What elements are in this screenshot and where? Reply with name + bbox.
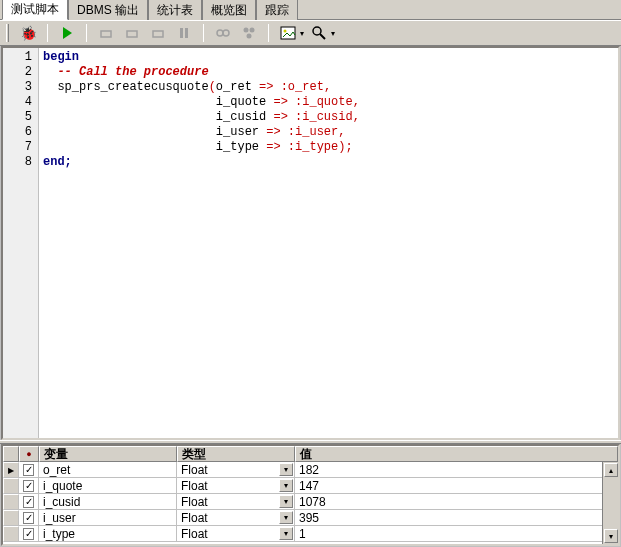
- svg-point-6: [217, 30, 223, 36]
- toolbar-separator: [86, 24, 87, 42]
- zoom-dropdown[interactable]: ▾: [308, 22, 335, 44]
- svg-rect-2: [127, 31, 137, 37]
- var-value-cell[interactable]: 1⋯: [295, 526, 618, 542]
- enabled-checkbox[interactable]: ✓: [19, 494, 39, 510]
- col-header-value[interactable]: 值: [295, 446, 618, 462]
- variable-row[interactable]: ✓i_typeFloat▾1⋯: [3, 526, 618, 542]
- variable-row[interactable]: ✓i_userFloat▾395⋯: [3, 510, 618, 526]
- var-type-cell[interactable]: Float▾: [177, 526, 295, 542]
- chevron-down-icon[interactable]: ▾: [279, 479, 293, 492]
- chevron-down-icon: ▾: [300, 29, 304, 38]
- svg-rect-3: [153, 31, 163, 37]
- variables-panel: 变量 类型 值 ✓o_retFloat▾182⋯✓i_quoteFloat▾14…: [1, 444, 620, 546]
- tab-dbms-output[interactable]: DBMS 输出: [68, 0, 148, 20]
- run-icon[interactable]: [56, 22, 78, 44]
- svg-point-10: [247, 34, 252, 39]
- scroll-down-icon[interactable]: ▾: [604, 529, 618, 543]
- var-type-cell[interactable]: Float▾: [177, 462, 295, 478]
- toolbar: 🐞 ▾ ▾: [0, 20, 621, 46]
- line-number-gutter: 12345678: [3, 48, 39, 438]
- svg-marker-0: [63, 27, 72, 39]
- var-value-cell[interactable]: 147⋯: [295, 478, 618, 494]
- svg-point-8: [244, 28, 249, 33]
- svg-point-12: [284, 30, 287, 33]
- var-value-cell[interactable]: 182⋯: [295, 462, 618, 478]
- row-pointer: [3, 526, 19, 542]
- tab-statistics[interactable]: 统计表: [148, 0, 202, 20]
- var-type-cell[interactable]: Float▾: [177, 510, 295, 526]
- tab-bar: 测试脚本 DBMS 输出 统计表 概览图 跟踪: [0, 0, 621, 20]
- chevron-down-icon[interactable]: ▾: [279, 495, 293, 508]
- pause-icon[interactable]: [173, 22, 195, 44]
- var-name-cell[interactable]: i_cusid: [39, 494, 177, 510]
- tab-trace[interactable]: 跟踪: [256, 0, 298, 20]
- svg-point-13: [313, 27, 321, 35]
- scroll-up-icon[interactable]: ▴: [604, 463, 618, 477]
- chevron-down-icon[interactable]: ▾: [279, 527, 293, 540]
- enabled-checkbox[interactable]: ✓: [19, 510, 39, 526]
- watch-icon[interactable]: [212, 22, 234, 44]
- variable-row[interactable]: ✓o_retFloat▾182⋯: [3, 462, 618, 478]
- enabled-header-icon: [19, 446, 39, 462]
- code-editor[interactable]: 12345678 begin -- Call the procedure sp_…: [1, 46, 620, 440]
- svg-line-14: [320, 34, 325, 39]
- svg-rect-1: [101, 31, 111, 37]
- svg-rect-11: [281, 27, 295, 39]
- svg-rect-4: [180, 28, 183, 38]
- step-over-icon[interactable]: [95, 22, 117, 44]
- var-name-cell[interactable]: i_quote: [39, 478, 177, 494]
- col-header-type[interactable]: 类型: [177, 446, 295, 462]
- run-to-cursor-icon[interactable]: [147, 22, 169, 44]
- var-name-cell[interactable]: o_ret: [39, 462, 177, 478]
- variable-row[interactable]: ✓i_cusidFloat▾1078⋯: [3, 494, 618, 510]
- tab-overview[interactable]: 概览图: [202, 0, 256, 20]
- chevron-down-icon: ▾: [331, 29, 335, 38]
- var-name-cell[interactable]: i_type: [39, 526, 177, 542]
- row-pointer: [3, 494, 19, 510]
- toolbar-separator: [268, 24, 269, 42]
- svg-point-7: [223, 30, 229, 36]
- enabled-checkbox[interactable]: ✓: [19, 478, 39, 494]
- toolbar-grip[interactable]: [6, 24, 9, 42]
- row-pointer: [3, 510, 19, 526]
- step-into-icon[interactable]: 🐞: [17, 22, 39, 44]
- row-indicator-header: [3, 446, 19, 462]
- row-pointer: [3, 462, 19, 478]
- vertical-scrollbar[interactable]: ▴ ▾: [602, 462, 618, 544]
- row-pointer: [3, 478, 19, 494]
- toolbar-separator: [47, 24, 48, 42]
- chevron-down-icon[interactable]: ▾: [279, 463, 293, 476]
- breakpoints-icon[interactable]: [238, 22, 260, 44]
- var-type-cell[interactable]: Float▾: [177, 478, 295, 494]
- var-value-cell[interactable]: 1078⋯: [295, 494, 618, 510]
- toolbar-separator: [203, 24, 204, 42]
- enabled-checkbox[interactable]: ✓: [19, 462, 39, 478]
- var-value-cell[interactable]: 395⋯: [295, 510, 618, 526]
- image-dropdown[interactable]: ▾: [277, 22, 304, 44]
- var-type-cell[interactable]: Float▾: [177, 494, 295, 510]
- tab-test-script[interactable]: 测试脚本: [2, 0, 68, 20]
- magnifier-icon: [308, 22, 330, 44]
- step-out-icon[interactable]: [121, 22, 143, 44]
- variable-row[interactable]: ✓i_quoteFloat▾147⋯: [3, 478, 618, 494]
- enabled-checkbox[interactable]: ✓: [19, 526, 39, 542]
- var-name-cell[interactable]: i_user: [39, 510, 177, 526]
- svg-rect-5: [185, 28, 188, 38]
- col-header-name[interactable]: 变量: [39, 446, 177, 462]
- chevron-down-icon[interactable]: ▾: [279, 511, 293, 524]
- image-icon: [277, 22, 299, 44]
- variables-header: 变量 类型 值: [3, 446, 618, 462]
- svg-point-9: [250, 28, 255, 33]
- code-area[interactable]: begin -- Call the procedure sp_prs_creat…: [39, 48, 618, 438]
